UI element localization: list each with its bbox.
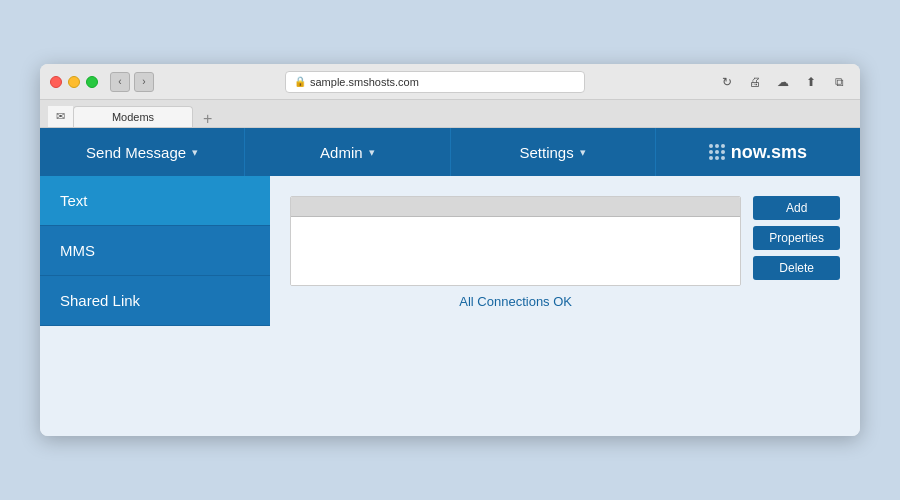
nav-buttons: ‹ › — [110, 72, 154, 92]
refresh-button[interactable]: ↻ — [716, 71, 738, 93]
top-nav: Send Message ▾ Admin ▾ Settings ▾ — [40, 128, 860, 176]
sidebar-shared-link-label: Shared Link — [60, 292, 140, 309]
status-text: All Connections OK — [290, 294, 741, 309]
brand-logo: now.sms — [709, 142, 807, 163]
table-header — [291, 197, 740, 217]
mail-icon: ✉ — [48, 106, 73, 127]
cloud-button[interactable]: ☁ — [772, 71, 794, 93]
tab-bar: ✉ Modems + — [40, 100, 860, 128]
share-button[interactable]: ⬆ — [800, 71, 822, 93]
brand-dots-icon — [709, 144, 725, 160]
admin-nav[interactable]: Admin ▾ — [245, 128, 450, 176]
sidebar: Text MMS Shared Link — [40, 176, 270, 436]
settings-label: Settings — [520, 144, 574, 161]
admin-label: Admin — [320, 144, 363, 161]
send-message-nav[interactable]: Send Message ▾ — [40, 128, 245, 176]
traffic-lights — [50, 76, 98, 88]
print-button[interactable]: 🖨 — [744, 71, 766, 93]
content-panel: All Connections OK — [290, 196, 741, 309]
send-message-label: Send Message — [86, 144, 186, 161]
title-bar: ‹ › 🔒 sample.smshosts.com ↻ 🖨 ☁ ⬆ ⧉ — [40, 64, 860, 100]
add-button[interactable]: Add — [753, 196, 840, 220]
address-bar-container: 🔒 sample.smshosts.com — [164, 71, 706, 93]
browser-actions: ↻ 🖨 ☁ ⬆ ⧉ — [716, 71, 850, 93]
brand-nav: now.sms — [656, 128, 860, 176]
send-message-chevron: ▾ — [192, 146, 198, 159]
content-area: All Connections OK Add Properties Delete — [270, 176, 860, 436]
window-button[interactable]: ⧉ — [828, 71, 850, 93]
lock-icon: 🔒 — [294, 76, 306, 87]
close-button[interactable] — [50, 76, 62, 88]
action-buttons: Add Properties Delete — [753, 196, 840, 280]
sidebar-item-text[interactable]: Text — [40, 176, 270, 226]
sidebar-text-label: Text — [60, 192, 88, 209]
settings-nav[interactable]: Settings ▾ — [451, 128, 656, 176]
sidebar-item-shared-link[interactable]: Shared Link — [40, 276, 270, 326]
main-area: Text MMS Shared Link All Connections OK — [40, 176, 860, 436]
new-tab-button[interactable]: + — [197, 111, 218, 127]
table-body — [291, 217, 740, 286]
forward-button[interactable]: › — [134, 72, 154, 92]
data-table — [290, 196, 741, 286]
admin-chevron: ▾ — [369, 146, 375, 159]
tab-title: Modems — [112, 111, 154, 123]
properties-button[interactable]: Properties — [753, 226, 840, 250]
settings-chevron: ▾ — [580, 146, 586, 159]
address-text: sample.smshosts.com — [310, 76, 419, 88]
address-bar[interactable]: 🔒 sample.smshosts.com — [285, 71, 585, 93]
delete-button[interactable]: Delete — [753, 256, 840, 280]
brand-name: now.sms — [731, 142, 807, 163]
browser-window: ‹ › 🔒 sample.smshosts.com ↻ 🖨 ☁ ⬆ ⧉ ✉ Mo… — [40, 64, 860, 436]
back-button[interactable]: ‹ — [110, 72, 130, 92]
sidebar-mms-label: MMS — [60, 242, 95, 259]
sidebar-item-mms[interactable]: MMS — [40, 226, 270, 276]
active-tab[interactable]: Modems — [73, 106, 193, 127]
app-content: Send Message ▾ Admin ▾ Settings ▾ — [40, 128, 860, 436]
minimize-button[interactable] — [68, 76, 80, 88]
maximize-button[interactable] — [86, 76, 98, 88]
